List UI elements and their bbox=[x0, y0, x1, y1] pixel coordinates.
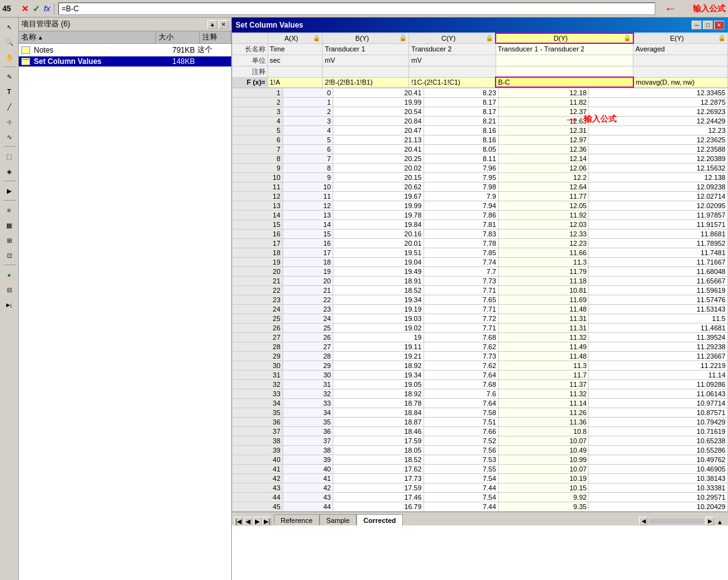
col-name-header[interactable]: 名称 ▲ bbox=[19, 31, 156, 43]
tool-graph3[interactable]: ⊡ bbox=[3, 248, 16, 262]
table-row: 111020.627.9812.6412.09238 bbox=[232, 182, 728, 192]
scroll-right-btn[interactable]: ▶ bbox=[705, 517, 714, 525]
scroll-track-h[interactable] bbox=[649, 519, 704, 524]
dialog-minimize-btn[interactable]: ─ bbox=[692, 21, 702, 29]
col-a-header[interactable]: A(X) 🔒 bbox=[268, 33, 323, 43]
tool-pointer[interactable]: ◈ bbox=[3, 164, 16, 178]
tool-graph2[interactable]: ⊞ bbox=[3, 233, 16, 247]
tool-layers[interactable]: ⊟ bbox=[3, 283, 16, 297]
project-item-setcolumn[interactable]: Set Column Values 148KB bbox=[19, 56, 231, 67]
col-a-label: A(X) bbox=[284, 34, 298, 42]
col-e-comment[interactable] bbox=[633, 66, 728, 77]
tool-color[interactable]: ● bbox=[3, 268, 16, 282]
tab-sample[interactable]: Sample bbox=[320, 514, 356, 525]
col-d-comment[interactable] bbox=[496, 66, 633, 77]
table-row: 191819.047.7411.311.71667 bbox=[232, 258, 728, 267]
tool-line[interactable]: ╱ bbox=[3, 100, 16, 113]
dialog-maximize-btn[interactable]: □ bbox=[703, 21, 713, 29]
tab-nav-prev[interactable]: ◀ bbox=[244, 517, 252, 525]
col-c-comment[interactable] bbox=[409, 66, 496, 77]
col-c-unit[interactable]: mV bbox=[409, 55, 496, 66]
table-row: 282719.117.6211.4911.29238 bbox=[232, 342, 728, 352]
tool-more[interactable]: ▶ bbox=[3, 184, 16, 198]
table-row: 6521.138.1612.9712.23625 bbox=[232, 135, 728, 145]
data-rows: 1020.418.2312.1812.334552119.998.1711.82… bbox=[232, 88, 728, 512]
project-close-btn[interactable]: ✕ bbox=[219, 20, 229, 29]
dialog-close-btn[interactable]: ✕ bbox=[714, 21, 724, 29]
col-e-formula[interactable]: movavg(D, nw, nw) bbox=[633, 77, 728, 87]
unit-row: 单位 sec mV mV bbox=[232, 55, 728, 66]
table-row: 444317.467.549.9210.29571 bbox=[232, 493, 728, 502]
col-b-formula[interactable]: 2!B-(2!B1-1!B1) bbox=[323, 77, 409, 87]
tool-pan[interactable]: ✋ bbox=[3, 50, 16, 64]
col-d-header[interactable]: D(Y) 🔒 bbox=[496, 33, 633, 43]
tool-graph1[interactable]: ▦ bbox=[3, 218, 16, 232]
tool-text[interactable]: T bbox=[3, 85, 16, 98]
item-name-notes: Notes bbox=[34, 46, 153, 55]
col-a-longname[interactable]: Time bbox=[268, 43, 323, 55]
table-row: 7620.418.0512.3612.23588 bbox=[232, 145, 728, 154]
tab-reference[interactable]: Reference bbox=[274, 514, 320, 525]
table-row: 2726197.6811.3211.39524 bbox=[232, 333, 728, 342]
formula-input[interactable]: =B-C bbox=[58, 3, 655, 15]
col-b-unit[interactable]: mV bbox=[323, 55, 409, 66]
table-row: 2119.998.1711.8212.2875 bbox=[232, 98, 728, 107]
col-note-header[interactable]: 注释 bbox=[200, 31, 231, 43]
col-d-lock: 🔒 bbox=[623, 34, 631, 41]
col-e-longname[interactable]: Averaged bbox=[633, 43, 728, 55]
item-size-setcolumn: 148KB bbox=[153, 57, 197, 66]
col-d-formula[interactable]: B-C bbox=[496, 77, 633, 87]
col-size-header[interactable]: 大小 bbox=[156, 31, 200, 43]
tool-select[interactable]: ⊹ bbox=[3, 115, 16, 129]
tool-expand[interactable]: ▶| bbox=[3, 298, 16, 312]
confirm-icon[interactable]: ✓ bbox=[33, 4, 40, 14]
col-a-comment[interactable] bbox=[268, 66, 323, 77]
col-d-longname[interactable]: Transducer 1 - Transducer 2 bbox=[496, 43, 633, 55]
project-item-notes[interactable]: Notes 791KB 这个 bbox=[19, 44, 231, 56]
col-a-lock: 🔒 bbox=[313, 34, 320, 41]
formula-row: F (x)= 1!A 2!B-(2!B1-1!B1) !1C-(2!C1-1!C… bbox=[232, 77, 728, 87]
table-row: 323119.057.6811.3711.09286 bbox=[232, 380, 728, 389]
table-row: 262519.027.7111.3111.4681 bbox=[232, 324, 728, 333]
col-a-unit[interactable]: sec bbox=[268, 55, 323, 66]
table-row: 242319.197.7111.4811.53143 bbox=[232, 305, 728, 314]
tool-table[interactable]: ≡ bbox=[3, 203, 16, 217]
project-pin-btn[interactable]: ▲ bbox=[207, 20, 217, 29]
tab-nav-first[interactable]: |◀ bbox=[234, 517, 243, 525]
col-c-longname[interactable]: Transducer 2 bbox=[409, 43, 496, 55]
col-e-unit[interactable] bbox=[633, 55, 728, 66]
table-row: 393818.057.5610.4910.55286 bbox=[232, 446, 728, 455]
tool-draw[interactable]: ✎ bbox=[3, 70, 16, 83]
set-column-values-dialog: Set Column Values ─ □ ✕ bbox=[232, 18, 728, 580]
tab-corrected[interactable]: Corrected bbox=[356, 514, 403, 525]
sheet-options-btn[interactable]: ▲ bbox=[714, 519, 725, 525]
col-b-longname[interactable]: Transducer 1 bbox=[323, 43, 409, 55]
col-c-label: C(Y) bbox=[441, 34, 455, 42]
col-b-header[interactable]: B(Y) 🔒 bbox=[323, 33, 409, 43]
scroll-left-btn[interactable]: ◀ bbox=[639, 517, 648, 525]
project-items-list: Notes 791KB 这个 Set Column Values 148KB bbox=[19, 44, 231, 580]
tab-navigation: |◀ ◀ ▶ ▶| bbox=[234, 517, 271, 525]
table-row: 343318.787.6411.1410.97714 bbox=[232, 399, 728, 408]
tool-region[interactable]: ⬚ bbox=[3, 149, 16, 163]
col-d-unit[interactable] bbox=[496, 55, 633, 66]
col-a-formula[interactable]: 1!A bbox=[268, 77, 323, 87]
table-row: 424117.737.5410.1910.38143 bbox=[232, 474, 728, 483]
col-c-header[interactable]: C(Y) 🔒 bbox=[409, 33, 496, 43]
comment-label: 注释 bbox=[232, 66, 268, 77]
col-b-comment[interactable] bbox=[323, 66, 409, 77]
fx-icon[interactable]: fx bbox=[44, 4, 50, 13]
col-e-header[interactable]: E(Y) 🔒 bbox=[633, 33, 728, 43]
table-row: 222118.527.7110.8111.59619 bbox=[232, 286, 728, 295]
tool-arrow[interactable]: ↖ bbox=[3, 20, 16, 34]
sort-arrow-name: ▲ bbox=[38, 34, 43, 41]
col-e-label: E(Y) bbox=[670, 34, 684, 42]
tool-curve[interactable]: ∿ bbox=[3, 130, 16, 144]
col-c-formula[interactable]: !1C-(2!C1-1!C1) bbox=[409, 77, 496, 87]
spreadsheet[interactable]: A(X) 🔒 B(Y) 🔒 C(Y) 🔒 bbox=[232, 33, 728, 512]
tab-nav-next[interactable]: ▶ bbox=[253, 517, 262, 525]
dialog-title: Set Column Values bbox=[236, 21, 303, 29]
tab-nav-last[interactable]: ▶| bbox=[263, 517, 271, 525]
tool-zoom[interactable]: 🔍 bbox=[3, 35, 16, 49]
cancel-icon[interactable]: ✕ bbox=[21, 4, 29, 14]
